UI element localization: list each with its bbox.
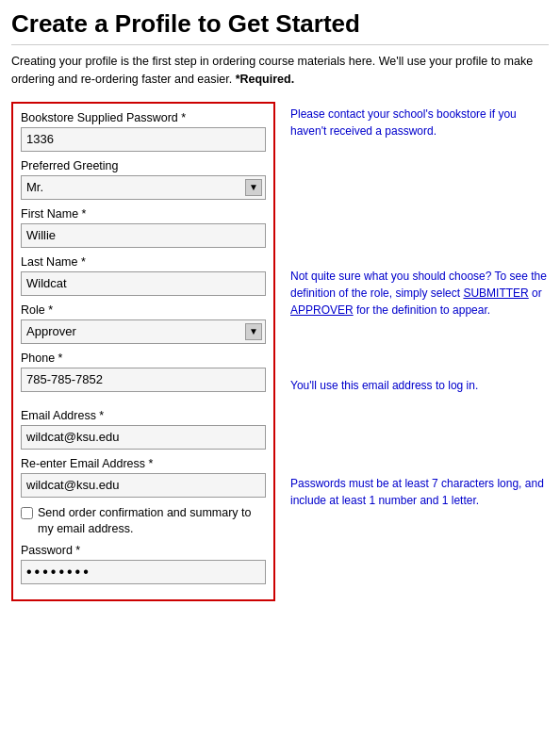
user-password-group: Password *: [21, 544, 266, 584]
phone-label: Phone *: [21, 352, 266, 365]
spacer1: [21, 400, 266, 409]
role-select-wrapper: Approver Submitter ▼: [21, 319, 266, 344]
confirmation-checkbox-row: Send order confirmation and summary to m…: [21, 505, 266, 538]
role-group: Role * Approver Submitter ▼: [21, 303, 266, 344]
greeting-select[interactable]: Mr. Mrs. Ms. Dr.: [21, 175, 266, 200]
user-password-input[interactable]: [21, 560, 266, 584]
first-name-group: First Name *: [21, 207, 266, 248]
confirmation-checkbox[interactable]: [21, 507, 33, 519]
confirmation-checkbox-label: Send order confirmation and summary to m…: [38, 505, 266, 538]
email-input[interactable]: [21, 425, 266, 450]
user-password-label: Password *: [21, 544, 266, 557]
bookstore-password-group: Bookstore Supplied Password *: [21, 111, 266, 152]
password-help-block: Please contact your school's bookstore i…: [290, 106, 549, 139]
re-email-label: Re-enter Email Address *: [21, 457, 266, 470]
form-column: Bookstore Supplied Password * Preferred …: [11, 102, 275, 601]
re-email-group: Re-enter Email Address *: [21, 457, 266, 498]
last-name-group: Last Name *: [21, 255, 266, 296]
bookstore-password-input[interactable]: [21, 127, 266, 152]
password-help2-text: Passwords must be at least 7 characters …: [290, 477, 544, 507]
email-label: Email Address *: [21, 409, 266, 422]
main-layout: Bookstore Supplied Password * Preferred …: [11, 102, 549, 601]
preferred-greeting-group: Preferred Greeting Mr. Mrs. Ms. Dr. ▼: [21, 159, 266, 200]
spacer-phone: [290, 332, 549, 377]
last-name-input[interactable]: [21, 271, 266, 296]
phone-input[interactable]: [21, 368, 266, 392]
role-help-block: Not quite sure what you should choose? T…: [290, 268, 549, 319]
phone-group: Phone *: [21, 352, 266, 392]
first-name-input[interactable]: [21, 223, 266, 248]
password-help-text: Please contact your school's bookstore i…: [290, 107, 517, 138]
spacer-greeting-name: [290, 153, 549, 268]
role-help-middle: or: [529, 286, 542, 300]
spacer-reemail: [290, 407, 549, 475]
password-help2-block: Passwords must be at least 7 characters …: [290, 475, 549, 509]
email-help-block: You'll use this email address to log in.: [290, 377, 549, 394]
page-title: Create a Profile to Get Started: [11, 9, 549, 45]
page-container: Create a Profile to Get Started Creating…: [0, 0, 560, 611]
email-help-text: You'll use this email address to log in.: [290, 379, 478, 392]
submitter-link[interactable]: SUBMITTER: [463, 286, 528, 300]
bookstore-password-label: Bookstore Supplied Password *: [21, 111, 266, 124]
role-label: Role *: [21, 303, 266, 317]
intro-text: Creating your profile is the first step …: [11, 53, 549, 89]
role-help-suffix: for the definition to appear.: [354, 303, 490, 317]
first-name-label: First Name *: [21, 207, 266, 221]
greeting-select-wrapper: Mr. Mrs. Ms. Dr. ▼: [21, 175, 266, 200]
last-name-label: Last Name *: [21, 255, 266, 269]
re-email-input[interactable]: [21, 473, 266, 498]
help-column: Please contact your school's bookstore i…: [287, 102, 549, 601]
email-group: Email Address *: [21, 409, 266, 450]
role-select[interactable]: Approver Submitter: [21, 319, 266, 344]
preferred-greeting-label: Preferred Greeting: [21, 159, 266, 172]
approver-link[interactable]: APPROVER: [290, 303, 354, 317]
